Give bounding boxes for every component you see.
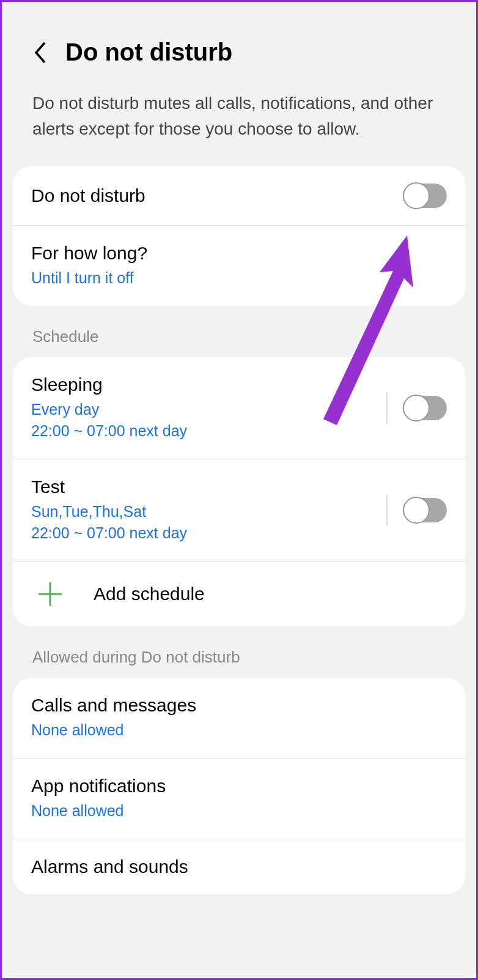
alarms-sounds-row[interactable]: Alarms and sounds [13, 839, 465, 894]
allowed-title: App notifications [31, 776, 447, 796]
schedule-toggle[interactable] [403, 498, 447, 522]
schedule-toggle[interactable] [403, 396, 447, 420]
add-schedule-label: Add schedule [94, 584, 205, 604]
header: Do not disturb [2, 2, 476, 84]
page-description: Do not disturb mutes all calls, notifica… [2, 84, 476, 166]
dnd-toggle[interactable] [403, 184, 447, 208]
divider [386, 495, 388, 525]
duration-label: For how long? [31, 243, 447, 264]
schedule-detail: Every day 22:00 ~ 07:00 next day [31, 399, 386, 442]
allowed-subtitle: None allowed [31, 800, 447, 822]
schedule-section: Sleeping Every day 22:00 ~ 07:00 next da… [13, 357, 465, 626]
dnd-toggle-label: Do not disturb [31, 185, 403, 206]
allowed-header: Allowed during Do not disturb [2, 626, 476, 678]
add-schedule-row[interactable]: Add schedule [13, 562, 465, 626]
duration-value: Until I turn it off [31, 267, 447, 289]
divider [386, 393, 388, 423]
allowed-title: Calls and messages [31, 695, 447, 716]
app-notifications-row[interactable]: App notifications None allowed [13, 759, 465, 839]
schedule-row[interactable]: Sleeping Every day 22:00 ~ 07:00 next da… [13, 357, 465, 459]
duration-row[interactable]: For how long? Until I turn it off [13, 226, 465, 306]
back-icon[interactable] [32, 40, 47, 65]
plus-icon [37, 581, 63, 607]
dnd-toggle-row[interactable]: Do not disturb [13, 166, 465, 226]
schedule-title: Sleeping [31, 374, 386, 395]
allowed-section: Calls and messages None allowed App noti… [13, 678, 465, 894]
schedule-header: Schedule [2, 306, 476, 357]
page-title: Do not disturb [65, 39, 232, 66]
schedule-detail: Sun,Tue,Thu,Sat 22:00 ~ 07:00 next day [31, 501, 386, 544]
main-section: Do not disturb For how long? Until I tur… [13, 166, 465, 306]
schedule-title: Test [31, 477, 386, 497]
allowed-subtitle: None allowed [31, 719, 447, 741]
calls-messages-row[interactable]: Calls and messages None allowed [13, 678, 465, 759]
schedule-row[interactable]: Test Sun,Tue,Thu,Sat 22:00 ~ 07:00 next … [13, 459, 465, 562]
allowed-title: Alarms and sounds [31, 856, 447, 877]
